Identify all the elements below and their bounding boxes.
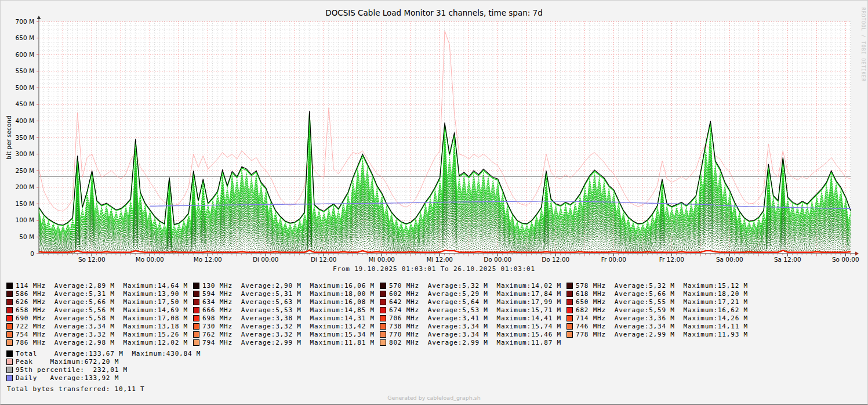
legend-item: 130 MHz Average:2,90 M Maximum:16,06 M	[193, 281, 380, 290]
legend-text: 114 MHz Average:2,89 M Maximum:14,64 M	[16, 282, 188, 290]
legend-text: Daily Average:133,92 M	[16, 374, 119, 382]
legend-swatch	[380, 307, 386, 313]
y-tick-label: 700 M	[1, 18, 34, 26]
legend-item: 714 MHz Average:3,36 M Maximum:14,26 M	[566, 314, 753, 322]
legend-item: 762 MHz Average:3,32 M Maximum:15,34 M	[193, 330, 380, 338]
legend-item: 594 MHz Average:5,31 M Maximum:18,00 M	[193, 290, 380, 298]
legend-text: 770 MHz Average:3,34 M Maximum:15,46 M	[389, 331, 561, 338]
legend-swatch	[380, 331, 386, 338]
legend-swatch	[6, 283, 13, 289]
y-tick-label: 0	[1, 250, 34, 258]
rrdtool-graph: DOCSIS Cable Load Monitor 31 channels, t…	[0, 0, 868, 405]
y-tick-label: 250 M	[1, 167, 34, 175]
x-tick-label: Fr 00:00	[590, 256, 637, 263]
legend-item: 682 MHz Average:5,59 M Maximum:16,62 M	[566, 306, 753, 314]
legend-text: 690 MHz Average:5,58 M Maximum:17,08 M	[16, 314, 188, 322]
legend-item: 674 MHz Average:5,53 M Maximum:15,71 M	[380, 306, 566, 314]
legend-item: 642 MHz Average:5,64 M Maximum:17,99 M	[380, 298, 566, 306]
legend-text: 634 MHz Average:5,63 M Maximum:16,08 M	[202, 298, 375, 306]
legend-text: 730 MHz Average:3,32 M Maximum:13,42 M	[202, 323, 375, 330]
legend-item: 114 MHz Average:2,89 M Maximum:14,64 M	[6, 281, 193, 290]
legend-swatch	[193, 307, 199, 313]
legend-item: 802 MHz Average:2,99 M Maximum:11,87 M	[380, 338, 566, 346]
legend-item: 666 MHz Average:5,53 M Maximum:14,85 M	[193, 306, 380, 314]
x-tick-label: Do 12:00	[532, 256, 579, 263]
legend-swatch	[380, 283, 386, 289]
legend-swatch	[6, 307, 13, 313]
legend-text: 738 MHz Average:3,34 M Maximum:15,74 M	[389, 323, 561, 330]
x-tick-label: So 12:00	[68, 256, 115, 263]
legend-swatch	[193, 315, 199, 321]
legend-item: 650 MHz Average:5,55 M Maximum:17,21 M	[566, 298, 753, 306]
legend-text: 714 MHz Average:3,36 M Maximum:14,26 M	[576, 314, 748, 322]
x-tick-label: Mi 12:00	[416, 256, 463, 263]
legend-swatch	[566, 307, 573, 313]
y-tick-label: 200 M	[1, 183, 34, 191]
legend-text: 570 MHz Average:5,32 M Maximum:14,02 M	[389, 282, 561, 290]
legend-item: 618 MHz Average:5,66 M Maximum:18,20 M	[566, 290, 753, 298]
legend-text: 650 MHz Average:5,55 M Maximum:17,21 M	[576, 298, 748, 306]
total-bytes-line: Total bytes transferred: 10,11 T	[7, 385, 145, 393]
legend-text: 802 MHz Average:2,99 M Maximum:11,87 M	[389, 339, 561, 346]
legend-swatch	[566, 291, 573, 297]
legend-item: Peak Maximum:672,20 M	[6, 357, 201, 366]
rrdtool-watermark: RRDTOOL / TOBI OETIKER	[860, 8, 866, 82]
x-tick-label: Mo 12:00	[184, 256, 231, 263]
legend-item: 578 MHz Average:5,32 M Maximum:15,12 M	[566, 281, 753, 290]
legend-item: 786 MHz Average:2,98 M Maximum:12,02 M	[6, 338, 193, 346]
legend-swatch	[193, 283, 199, 289]
legend-item: 794 MHz Average:2,99 M Maximum:11,81 M	[193, 338, 380, 346]
legend-text: 666 MHz Average:5,53 M Maximum:14,85 M	[202, 306, 375, 314]
legend-item: 634 MHz Average:5,63 M Maximum:16,08 M	[193, 298, 380, 306]
x-tick-label: Di 12:00	[300, 256, 347, 263]
legend-text: 95th percentile: 232,01 M	[16, 366, 128, 374]
legend-item: 770 MHz Average:3,34 M Maximum:15,46 M	[380, 330, 566, 338]
time-range-subtitle: From 19.10.2025 01:03:01 To 26.10.2025 0…	[1, 265, 867, 273]
legend-item: 706 MHz Average:3,41 M Maximum:14,41 M	[380, 314, 566, 322]
y-tick-label: 100 M	[1, 216, 34, 224]
legend-text: 786 MHz Average:2,98 M Maximum:12,02 M	[16, 339, 188, 346]
legend-item: Daily Average:133,92 M	[6, 374, 201, 382]
legend-text: 658 MHz Average:5,56 M Maximum:14,69 M	[16, 306, 188, 314]
legend-swatch	[193, 339, 199, 346]
legend-text: 642 MHz Average:5,64 M Maximum:17,99 M	[389, 298, 561, 306]
x-tick-label: Sa 12:00	[764, 256, 811, 263]
legend-swatch	[380, 299, 386, 305]
y-tick-label: 50 M	[1, 233, 34, 241]
legend-swatch	[566, 331, 573, 338]
legend-text: 594 MHz Average:5,31 M Maximum:18,00 M	[202, 290, 375, 298]
legend-text: 578 MHz Average:5,32 M Maximum:15,12 M	[576, 282, 748, 290]
legend-item: Total Average:133,67 M Maximum:430,84 M	[6, 349, 201, 357]
channel-legend: 114 MHz Average:2,89 M Maximum:14,64 M13…	[6, 281, 753, 346]
legend-text: 722 MHz Average:3,34 M Maximum:13,18 M	[16, 323, 188, 330]
y-tick-label: 450 M	[1, 100, 34, 108]
plot-area	[33, 16, 859, 259]
x-tick-label: So 00:00	[822, 256, 868, 263]
legend-swatch	[380, 339, 386, 346]
legend-item: 586 MHz Average:5,31 M Maximum:13,90 M	[6, 290, 193, 298]
legend-item: 570 MHz Average:5,32 M Maximum:14,02 M	[380, 281, 566, 290]
legend-swatch	[6, 299, 13, 305]
legend-swatch	[380, 291, 386, 297]
legend-swatch	[380, 323, 386, 330]
legend-text: 682 MHz Average:5,59 M Maximum:16,62 M	[576, 306, 748, 314]
legend-swatch	[6, 323, 13, 330]
y-tick-label: 600 M	[1, 51, 34, 59]
legend-text: Total Average:133,67 M Maximum:430,84 M	[16, 350, 201, 357]
legend-swatch	[6, 339, 13, 346]
legend-item: 95th percentile: 232,01 M	[6, 366, 201, 374]
legend-item: 746 MHz Average:3,34 M Maximum:14,11 M	[566, 322, 753, 330]
legend-swatch	[6, 367, 13, 373]
legend-text: 586 MHz Average:5,31 M Maximum:13,90 M	[16, 290, 188, 298]
legend-swatch	[193, 323, 199, 330]
x-tick-label: Mo 00:00	[126, 256, 173, 263]
legend-swatch	[6, 375, 13, 381]
legend-swatch	[566, 315, 573, 321]
x-tick-label: Do 00:00	[474, 256, 521, 263]
summary-legend: Total Average:133,67 M Maximum:430,84 MP…	[6, 349, 201, 382]
y-tick-label: 300 M	[1, 150, 34, 158]
x-tick-label: Mi 00:00	[358, 256, 405, 263]
legend-swatch	[566, 299, 573, 305]
legend-text: 698 MHz Average:3,38 M Maximum:14,31 M	[202, 314, 375, 322]
legend-swatch	[193, 291, 199, 297]
